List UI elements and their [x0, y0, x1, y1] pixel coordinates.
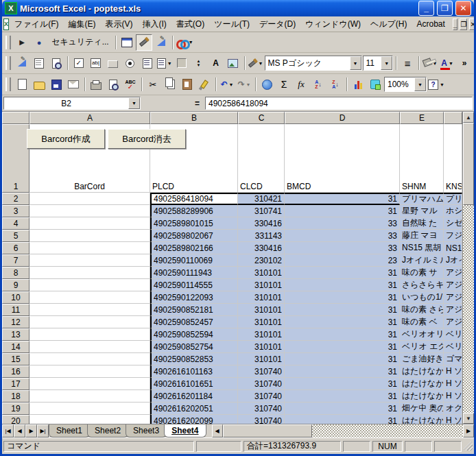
insert-combobox-button[interactable]: ▼ [156, 55, 173, 71]
insert-image-button[interactable] [225, 55, 241, 71]
row-header-17[interactable]: 17 [2, 378, 29, 390]
mail-button[interactable] [65, 76, 82, 93]
tab-sheet4[interactable]: Sheet4 [164, 424, 206, 437]
undo-button[interactable]: ↶▼ [219, 76, 235, 93]
insert-optionbutton-button[interactable] [122, 55, 139, 71]
font-color-button[interactable]: A▼ [439, 55, 455, 71]
run-macro-button[interactable]: ▶ [14, 34, 30, 51]
cell-e11[interactable]: 味の素 さら [400, 304, 444, 316]
row-header-1[interactable]: 1 [2, 124, 29, 193]
maximize-button[interactable]: ❐ [437, 1, 453, 16]
insert-spinbutton-button[interactable]: ▲▼ [191, 55, 207, 71]
cell-e13[interactable]: ベリオオリー [400, 328, 444, 341]
insert-label-button[interactable]: A [208, 55, 224, 71]
row-header-14[interactable]: 14 [2, 341, 29, 353]
cell-d13[interactable]: 31 [285, 328, 400, 341]
cell-d15[interactable]: 31 [285, 353, 400, 365]
cell-f17[interactable]: H ソウ [444, 378, 462, 390]
row-header-9[interactable]: 9 [2, 279, 29, 291]
cell-f16[interactable]: H ソウ [444, 365, 462, 378]
cell-d2[interactable]: 31 [285, 193, 400, 205]
row-header-12[interactable]: 12 [2, 316, 29, 328]
first-sheet-button[interactable]: |◀ [2, 424, 14, 437]
drawing-button[interactable] [367, 76, 383, 93]
cell-e3[interactable]: 星野 マル [400, 205, 444, 217]
cell-a10[interactable] [29, 291, 150, 304]
cell-a4[interactable] [29, 217, 150, 230]
insert-listbox-button[interactable] [139, 55, 156, 71]
print-preview-button[interactable] [105, 76, 121, 93]
previous-sheet-button[interactable]: ◀ [14, 424, 25, 437]
cell-f8[interactable]: アジノ [444, 267, 462, 279]
cell-e10[interactable]: いつもの1/ [400, 291, 444, 304]
vertical-scroll-thumb[interactable] [463, 123, 474, 205]
menu-format[interactable]: 書式(O) [172, 17, 209, 32]
row-header-20[interactable]: 20 [2, 415, 29, 424]
chevron-down-icon[interactable]: ▼ [414, 77, 426, 91]
cell-a5[interactable] [29, 230, 150, 242]
cell-b14[interactable]: 4902590852754 [150, 341, 238, 353]
cell-b9[interactable]: 4902590114555 [150, 279, 238, 291]
cell-c17[interactable]: 310740 [238, 378, 285, 390]
horizontal-scroll-track[interactable] [312, 424, 464, 437]
menu-data[interactable]: データ(D) [255, 17, 300, 32]
cell-e20[interactable]: はたけなか [400, 415, 444, 424]
cell-e5[interactable]: 藤庄 マヨ [400, 230, 444, 242]
vertical-scrollbar[interactable]: ▲ ▼ [462, 112, 474, 424]
cell-b2[interactable]: 4902586418094 [150, 193, 238, 205]
cell-c2[interactable]: 310421 [238, 193, 285, 205]
cell-f6[interactable]: NS15 [444, 242, 462, 254]
cell-c13[interactable]: 310101 [238, 328, 285, 341]
chevron-down-icon[interactable]: ▼ [128, 97, 140, 109]
cell-c19[interactable]: 310740 [238, 403, 285, 415]
cell-c12[interactable]: 310101 [238, 316, 285, 328]
cell-c16[interactable]: 310740 [238, 365, 285, 378]
cell-d3[interactable]: 31 [285, 205, 400, 217]
cell-f9[interactable]: アジノ [444, 279, 462, 291]
last-sheet-button[interactable]: ▶| [37, 424, 49, 437]
tab-sheet3[interactable]: Sheet3 [126, 424, 167, 437]
menu-tools[interactable]: ツール(T) [210, 17, 254, 32]
chevron-down-icon[interactable]: ▼ [350, 56, 361, 70]
view-code-button[interactable] [48, 55, 64, 71]
cell-c11[interactable]: 310101 [238, 304, 285, 316]
paste-function-button[interactable]: fx [293, 76, 309, 93]
cell-e14[interactable]: ベリオ エクスト [400, 341, 444, 353]
row-header-10[interactable]: 10 [2, 291, 29, 304]
column-header-e[interactable]: E [400, 112, 444, 124]
row-header-5[interactable]: 5 [2, 230, 29, 242]
cell-c1[interactable]: CLCD [238, 124, 285, 193]
sort-descending-button[interactable]: ZA↓ [327, 76, 344, 93]
save-button[interactable] [48, 76, 64, 93]
scroll-up-icon[interactable]: ▲ [463, 112, 474, 123]
paste-button[interactable] [179, 76, 195, 93]
horizontal-scrollbar[interactable]: ◀ ▶ [212, 424, 475, 437]
cell-f15[interactable]: ゴマキ [444, 353, 462, 365]
cell-c20[interactable]: 310740 [238, 415, 285, 424]
row-header-19[interactable]: 19 [2, 403, 29, 415]
cell-a16[interactable] [29, 365, 150, 378]
cell-c14[interactable]: 310101 [238, 341, 285, 353]
row-header-6[interactable]: 6 [2, 242, 29, 254]
workbook-minimize-button[interactable]: _ [453, 19, 458, 30]
cell-e18[interactable]: はたけなか [400, 390, 444, 403]
column-header-a[interactable]: A [29, 112, 150, 124]
tab-sheet1[interactable]: Sheet1 [49, 424, 90, 437]
properties-button[interactable] [31, 55, 47, 71]
chevron-down-icon[interactable]: ▼ [381, 56, 392, 70]
cell-c10[interactable]: 310101 [238, 291, 285, 304]
workbook-icon[interactable]: X [3, 19, 9, 30]
resize-grip[interactable] [464, 442, 473, 451]
design-mode-button[interactable] [153, 34, 169, 51]
cell-f19[interactable]: オクノ [444, 403, 462, 415]
cell-f3[interactable]: ホシノ [444, 205, 462, 217]
format-painter-button[interactable] [196, 76, 213, 93]
row-header-11[interactable]: 11 [2, 304, 29, 316]
cell-f4[interactable]: シゼン [444, 217, 462, 230]
cell-e8[interactable]: 味の素 サ [400, 267, 444, 279]
insert-textbox-button[interactable]: ab| [88, 55, 104, 71]
cell-b12[interactable]: 4902590852457 [150, 316, 238, 328]
row-header-7[interactable]: 7 [2, 254, 29, 267]
vertical-scroll-track[interactable] [463, 205, 474, 413]
cell-f10[interactable]: アジノ [444, 291, 462, 304]
